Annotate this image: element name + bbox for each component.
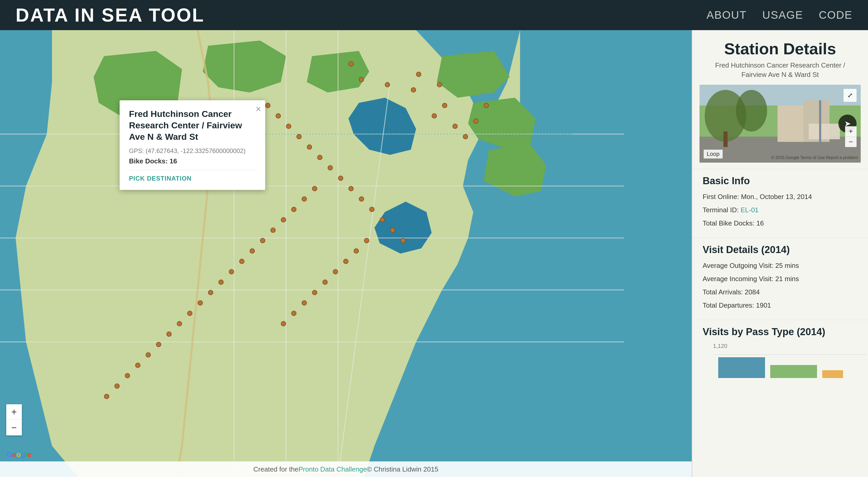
basic-info-section: Basic Info First Online: Mon., October 1… bbox=[692, 169, 868, 238]
station-dot[interactable] bbox=[348, 61, 354, 67]
basic-info-rows: First Online: Mon., October 13, 2014Term… bbox=[703, 192, 858, 228]
station-dot[interactable] bbox=[302, 196, 307, 202]
visit-details-row: Total Arrivals: 2084 bbox=[703, 287, 858, 297]
station-dot[interactable] bbox=[348, 186, 354, 191]
popup-docks: Bike Docks: 16 bbox=[129, 157, 256, 170]
station-dot[interactable] bbox=[276, 113, 281, 118]
zoom-out-button[interactable]: − bbox=[6, 420, 22, 436]
footer-after-link: © Christina Lidwin 2015 bbox=[367, 465, 438, 473]
station-dot[interactable] bbox=[343, 259, 348, 264]
google-logo: Google bbox=[6, 450, 31, 459]
station-dot[interactable] bbox=[359, 196, 364, 202]
zoom-in-button[interactable]: + bbox=[6, 404, 22, 420]
station-dot[interactable] bbox=[463, 134, 468, 139]
station-dot[interactable] bbox=[291, 207, 297, 212]
station-dot[interactable] bbox=[281, 217, 286, 223]
station-dot[interactable] bbox=[307, 144, 312, 150]
street-view-zoom-in[interactable]: + bbox=[845, 126, 857, 137]
station-dot[interactable] bbox=[333, 269, 338, 274]
svg-rect-22 bbox=[718, 357, 765, 378]
street-view-expand-button[interactable]: ⤢ bbox=[843, 89, 857, 102]
popup-gps-label: GPS: bbox=[129, 147, 144, 154]
footer-link[interactable]: Pronto Data Challenge bbox=[299, 465, 367, 473]
station-dot[interactable] bbox=[369, 207, 374, 212]
row-value: EL-01 bbox=[741, 206, 758, 214]
station-dot[interactable] bbox=[380, 217, 385, 223]
station-dot[interactable] bbox=[187, 311, 192, 316]
map-zoom-controls: + − bbox=[6, 404, 22, 436]
station-dot[interactable] bbox=[437, 82, 442, 87]
nav-about[interactable]: ABOUT bbox=[707, 9, 747, 21]
station-dot[interactable] bbox=[156, 342, 161, 347]
station-dot[interactable] bbox=[354, 248, 359, 253]
station-dot[interactable] bbox=[359, 77, 364, 82]
row-label: Total Bike Docks: bbox=[703, 219, 756, 227]
street-view-image[interactable]: Loop © 2015 Google Terms of Use Report a… bbox=[700, 85, 861, 163]
nav-code[interactable]: CODE bbox=[819, 9, 852, 21]
street-view-zoom-out[interactable]: − bbox=[845, 137, 857, 147]
popup-pick-destination[interactable]: PICK DESTINATION bbox=[129, 175, 256, 182]
nav-usage[interactable]: USAGE bbox=[763, 9, 803, 21]
station-dot[interactable] bbox=[322, 279, 328, 285]
station-dot[interactable] bbox=[364, 238, 369, 243]
panel-title: Station Details bbox=[692, 30, 868, 61]
station-dot[interactable] bbox=[312, 186, 317, 191]
station-dot[interactable] bbox=[442, 103, 447, 108]
right-panel: Station Details Fred Hutchinson Cancer R… bbox=[692, 30, 868, 477]
svg-point-19 bbox=[736, 90, 767, 132]
svg-rect-16 bbox=[809, 124, 840, 139]
station-dot[interactable] bbox=[416, 72, 421, 77]
station-dot[interactable] bbox=[297, 134, 302, 139]
station-dot[interactable] bbox=[208, 290, 213, 295]
station-dot[interactable] bbox=[265, 103, 271, 108]
visits-by-pass-title: Visits by Pass Type (2014) bbox=[703, 326, 858, 338]
popup-gps: GPS: (47.627643, -122.33257600000002) bbox=[129, 147, 256, 155]
station-dot[interactable] bbox=[260, 238, 265, 243]
station-dot[interactable] bbox=[115, 383, 120, 389]
basic-info-row: Total Bike Docks: 16 bbox=[703, 218, 858, 228]
svg-rect-20 bbox=[819, 100, 821, 147]
station-dot[interactable] bbox=[473, 118, 478, 124]
station-dot[interactable] bbox=[390, 228, 395, 233]
station-dot[interactable] bbox=[135, 363, 141, 368]
station-dot[interactable] bbox=[400, 238, 406, 243]
station-dot[interactable] bbox=[281, 321, 286, 326]
row-value: 21 mins bbox=[775, 275, 799, 283]
station-dot[interactable] bbox=[239, 259, 244, 264]
street-view-zoom: + − bbox=[845, 126, 857, 147]
map-background: × Fred Hutchinson Cancer Research Center… bbox=[0, 30, 692, 477]
station-dot[interactable] bbox=[411, 87, 416, 93]
visit-details-section: Visit Details (2014) Average Outgoing Vi… bbox=[692, 238, 868, 320]
station-dot[interactable] bbox=[291, 311, 297, 316]
station-dot[interactable] bbox=[104, 394, 109, 399]
station-popup: × Fred Hutchinson Cancer Research Center… bbox=[120, 100, 265, 190]
station-dot[interactable] bbox=[177, 321, 182, 326]
footer: Created for the Pronto Data Challenge © … bbox=[0, 462, 692, 477]
popup-close-button[interactable]: × bbox=[256, 104, 261, 114]
map-area[interactable]: × Fred Hutchinson Cancer Research Center… bbox=[0, 30, 692, 477]
station-dot[interactable] bbox=[271, 228, 276, 233]
station-dot[interactable] bbox=[432, 113, 437, 118]
station-dot[interactable] bbox=[317, 155, 322, 160]
station-dot[interactable] bbox=[125, 373, 130, 378]
visits-by-pass-section: Visits by Pass Type (2014) 1,120 bbox=[692, 320, 868, 398]
station-dot[interactable] bbox=[198, 300, 203, 306]
station-dot[interactable] bbox=[302, 300, 307, 306]
station-dot[interactable] bbox=[453, 124, 458, 129]
station-dot[interactable] bbox=[484, 103, 489, 108]
station-dot[interactable] bbox=[146, 352, 151, 357]
station-dot[interactable] bbox=[218, 279, 224, 285]
visits-chart-area: 1,120 bbox=[703, 343, 858, 392]
station-dot[interactable] bbox=[229, 269, 234, 274]
main-nav: ABOUT USAGE CODE bbox=[707, 9, 852, 21]
row-value: 1901 bbox=[756, 301, 771, 309]
station-dot[interactable] bbox=[250, 248, 255, 253]
station-dot[interactable] bbox=[166, 332, 172, 337]
station-dot[interactable] bbox=[312, 290, 317, 295]
station-dot[interactable] bbox=[385, 82, 390, 87]
station-dot[interactable] bbox=[338, 176, 343, 181]
station-dot[interactable] bbox=[286, 124, 291, 129]
popup-docks-value: 16 bbox=[169, 157, 177, 165]
station-dot[interactable] bbox=[328, 165, 333, 170]
basic-info-row: First Online: Mon., October 13, 2014 bbox=[703, 192, 858, 202]
